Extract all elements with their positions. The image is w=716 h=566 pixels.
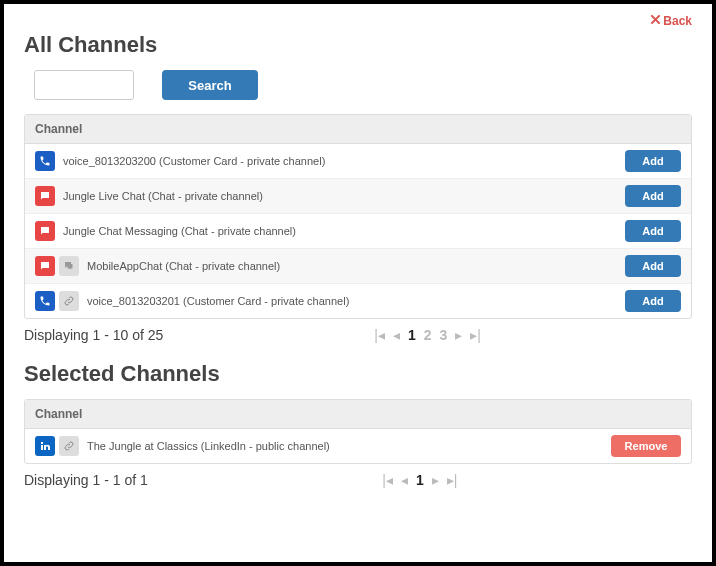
all-channels-table: Channel voice_8013203200 (Customer Card … — [24, 114, 692, 319]
table-row: Jungle Live Chat (Chat - private channel… — [25, 178, 691, 213]
selected-channels-title: Selected Channels — [24, 361, 692, 387]
selected-pager: |◂◂1▸▸| — [148, 472, 692, 488]
channel-name: voice_8013203201 (Customer Card - privat… — [87, 295, 349, 307]
chat-icon — [35, 186, 55, 206]
pager-prev[interactable]: ◂ — [393, 327, 400, 343]
channel-name: The Jungle at Classics (LinkedIn - publi… — [87, 440, 330, 452]
add-button[interactable]: Add — [625, 150, 681, 172]
pager-next[interactable]: ▸ — [455, 327, 462, 343]
phone-icon — [35, 291, 55, 311]
all-channels-title: All Channels — [24, 32, 692, 58]
add-button[interactable]: Add — [625, 220, 681, 242]
link-icon — [59, 436, 79, 456]
column-header-channel-selected: Channel — [25, 400, 691, 429]
close-icon — [650, 14, 661, 28]
pager-page-1[interactable]: 1 — [408, 327, 416, 343]
selected-paging-display: Displaying 1 - 1 of 1 — [24, 472, 148, 488]
pager-first[interactable]: |◂ — [382, 472, 393, 488]
chat-icon — [35, 221, 55, 241]
all-paging-display: Displaying 1 - 10 of 25 — [24, 327, 163, 343]
selected-channels-table: Channel The Jungle at Classics (LinkedIn… — [24, 399, 692, 464]
channel-name: MobileAppChat (Chat - private channel) — [87, 260, 280, 272]
link-icon — [59, 291, 79, 311]
pager-last[interactable]: ▸| — [447, 472, 458, 488]
pager-last[interactable]: ▸| — [470, 327, 481, 343]
chat-grey-icon — [59, 256, 79, 276]
channel-name: Jungle Live Chat (Chat - private channel… — [63, 190, 263, 202]
pager-first[interactable]: |◂ — [374, 327, 385, 343]
add-button[interactable]: Add — [625, 185, 681, 207]
pager-next[interactable]: ▸ — [432, 472, 439, 488]
table-row: voice_8013203201 (Customer Card - privat… — [25, 283, 691, 318]
column-header-channel: Channel — [25, 115, 691, 144]
channel-name: Jungle Chat Messaging (Chat - private ch… — [63, 225, 296, 237]
pager-prev[interactable]: ◂ — [401, 472, 408, 488]
search-input[interactable] — [34, 70, 134, 100]
phone-icon — [35, 151, 55, 171]
back-link[interactable]: Back — [650, 14, 692, 28]
pager-page-2[interactable]: 2 — [424, 327, 432, 343]
table-row: MobileAppChat (Chat - private channel)Ad… — [25, 248, 691, 283]
table-row: voice_8013203200 (Customer Card - privat… — [25, 144, 691, 178]
table-row: Jungle Chat Messaging (Chat - private ch… — [25, 213, 691, 248]
add-button[interactable]: Add — [625, 290, 681, 312]
pager-page-3[interactable]: 3 — [440, 327, 448, 343]
pager-page-1[interactable]: 1 — [416, 472, 424, 488]
chat-icon — [35, 256, 55, 276]
channel-name: voice_8013203200 (Customer Card - privat… — [63, 155, 325, 167]
remove-button[interactable]: Remove — [611, 435, 681, 457]
search-button[interactable]: Search — [162, 70, 258, 100]
all-pager: |◂◂123▸▸| — [163, 327, 692, 343]
table-row: The Jungle at Classics (LinkedIn - publi… — [25, 429, 691, 463]
back-label: Back — [663, 14, 692, 28]
linkedin-icon — [35, 436, 55, 456]
add-button[interactable]: Add — [625, 255, 681, 277]
